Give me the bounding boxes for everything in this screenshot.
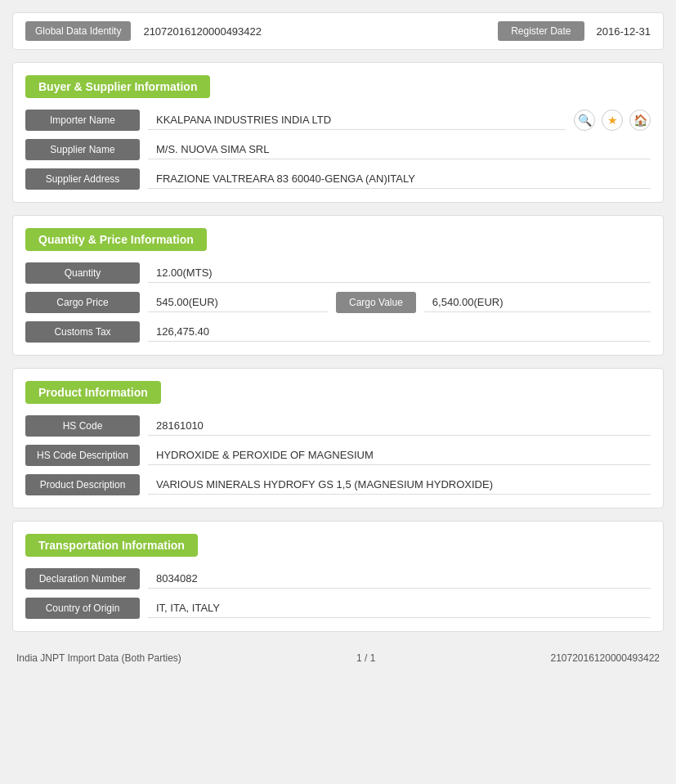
search-icon[interactable]: 🔍 <box>574 110 595 131</box>
hs-code-row: HS Code 28161010 <box>25 415 651 437</box>
hs-desc-label: HS Code Description <box>25 445 140 466</box>
product-desc-row: Product Description VARIOUS MINERALS HYD… <box>25 474 651 495</box>
register-date-value: 2016-12-31 <box>597 25 651 38</box>
product-desc-value: VARIOUS MINERALS HYDROFY GS 1,5 (MAGNESI… <box>148 475 651 495</box>
hs-desc-value: HYDROXIDE & PEROXIDE OF MAGNESIUM <box>148 446 651 465</box>
customs-tax-value: 126,475.40 <box>148 322 651 342</box>
hs-code-value: 28161010 <box>148 416 651 436</box>
supplier-value: M/S. NUOVA SIMA SRL <box>148 140 651 159</box>
supplier-label: Supplier Name <box>25 139 140 160</box>
quantity-value: 12.00(MTS) <box>148 263 651 283</box>
customs-tax-row: Customs Tax 126,475.40 <box>25 321 651 343</box>
register-date-button[interactable]: Register Date <box>498 21 584 41</box>
cargo-price-value: 545.00(EUR) <box>148 293 328 312</box>
product-desc-label: Product Description <box>25 474 140 495</box>
action-icons: 🔍 ★ 🏠 <box>574 110 651 131</box>
cargo-value-label: Cargo Value <box>336 292 416 313</box>
customs-tax-label: Customs Tax <box>25 321 140 343</box>
origin-label: Country of Origin <box>25 598 140 619</box>
address-label: Supplier Address <box>25 168 140 190</box>
address-row: Supplier Address FRAZIONE VALTREARA 83 6… <box>25 168 651 190</box>
cargo-row: Cargo Price 545.00(EUR) Cargo Value 6,54… <box>25 292 651 313</box>
page-container: Global Data Identity 2107201612000049342… <box>0 0 676 784</box>
home-icon[interactable]: 🏠 <box>629 110 651 131</box>
identity-bar: Global Data Identity 2107201612000049342… <box>12 12 664 50</box>
origin-row: Country of Origin IT, ITA, ITALY <box>25 598 651 619</box>
buyer-supplier-section: Buyer & Supplier Information Importer Na… <box>12 62 664 203</box>
declaration-row: Declaration Number 8034082 <box>25 568 651 589</box>
quantity-label: Quantity <box>25 262 140 284</box>
declaration-value: 8034082 <box>148 569 651 589</box>
cargo-price-label: Cargo Price <box>25 292 140 313</box>
declaration-label: Declaration Number <box>25 568 140 589</box>
importer-value: KKALPANA INDUSTRIES INDIA LTD <box>148 110 566 130</box>
global-data-value: 21072016120000493422 <box>143 25 262 38</box>
transportation-section: Transportation Information Declaration N… <box>12 521 664 632</box>
product-title: Product Information <box>25 381 161 404</box>
importer-row: Importer Name KKALPANA INDUSTRIES INDIA … <box>25 110 651 131</box>
global-data-label: Global Data Identity <box>25 21 131 41</box>
quantity-price-section: Quantity & Price Information Quantity 12… <box>12 215 664 356</box>
quantity-row: Quantity 12.00(MTS) <box>25 262 651 284</box>
cargo-value-value: 6,540.00(EUR) <box>424 293 651 312</box>
address-value: FRAZIONE VALTREARA 83 60040-GENGA (AN)IT… <box>148 169 651 189</box>
footer-pagination: 1 / 1 <box>356 652 375 664</box>
origin-value: IT, ITA, ITALY <box>148 598 651 618</box>
hs-desc-row: HS Code Description HYDROXIDE & PEROXIDE… <box>25 445 651 466</box>
footer-id: 21072016120000493422 <box>551 652 660 664</box>
importer-label: Importer Name <box>25 110 140 131</box>
footer-source: India JNPT Import Data (Both Parties) <box>16 652 181 664</box>
supplier-row: Supplier Name M/S. NUOVA SIMA SRL <box>25 139 651 160</box>
quantity-price-title: Quantity & Price Information <box>25 228 207 251</box>
transportation-title: Transportation Information <box>25 534 198 557</box>
star-icon[interactable]: ★ <box>602 110 623 131</box>
hs-code-label: HS Code <box>25 415 140 437</box>
buyer-supplier-title: Buyer & Supplier Information <box>25 75 210 98</box>
product-section: Product Information HS Code 28161010 HS … <box>12 368 664 508</box>
footer-bar: India JNPT Import Data (Both Parties) 1 … <box>12 644 664 672</box>
